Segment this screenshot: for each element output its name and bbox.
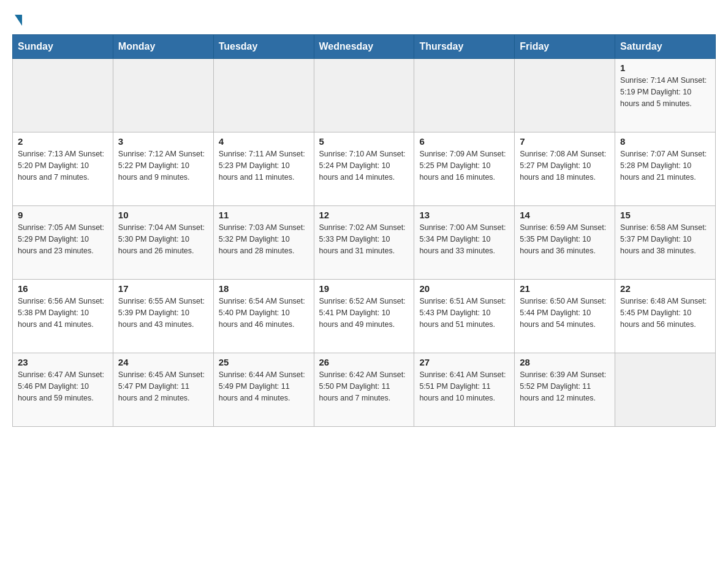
- day-number: 15: [620, 210, 710, 220]
- calendar-cell: 26Sunrise: 6:42 AM Sunset: 5:50 PM Dayli…: [314, 353, 414, 427]
- calendar-cell: 13Sunrise: 7:00 AM Sunset: 5:34 PM Dayli…: [414, 206, 515, 280]
- day-info: Sunrise: 7:00 AM Sunset: 5:34 PM Dayligh…: [419, 222, 509, 256]
- calendar-cell: [13, 59, 113, 132]
- calendar-cell: 9Sunrise: 7:05 AM Sunset: 5:29 PM Daylig…: [13, 206, 113, 280]
- calendar-cell: 25Sunrise: 6:44 AM Sunset: 5:49 PM Dayli…: [213, 353, 314, 427]
- logo: [12, 12, 22, 25]
- day-info: Sunrise: 6:39 AM Sunset: 5:52 PM Dayligh…: [520, 369, 610, 404]
- day-info: Sunrise: 7:14 AM Sunset: 5:19 PM Dayligh…: [620, 75, 710, 109]
- day-info: Sunrise: 7:04 AM Sunset: 5:30 PM Dayligh…: [118, 222, 208, 256]
- day-number: 16: [18, 283, 108, 294]
- day-number: 28: [520, 357, 610, 367]
- day-number: 27: [419, 357, 509, 367]
- day-number: 5: [319, 136, 409, 147]
- calendar-week-row: 1Sunrise: 7:14 AM Sunset: 5:19 PM Daylig…: [13, 59, 716, 132]
- day-info: Sunrise: 6:59 AM Sunset: 5:35 PM Dayligh…: [520, 222, 610, 256]
- day-info: Sunrise: 6:52 AM Sunset: 5:41 PM Dayligh…: [319, 296, 409, 330]
- calendar-cell: 27Sunrise: 6:41 AM Sunset: 5:51 PM Dayli…: [414, 353, 515, 427]
- day-of-week-header: Monday: [113, 35, 213, 59]
- calendar-table: SundayMondayTuesdayWednesdayThursdayFrid…: [12, 34, 716, 427]
- day-info: Sunrise: 7:13 AM Sunset: 5:20 PM Dayligh…: [18, 148, 108, 183]
- calendar-cell: 14Sunrise: 6:59 AM Sunset: 5:35 PM Dayli…: [515, 206, 615, 280]
- day-number: 6: [419, 136, 509, 147]
- calendar-cell: [615, 353, 716, 427]
- day-number: 26: [319, 357, 409, 367]
- day-info: Sunrise: 6:55 AM Sunset: 5:39 PM Dayligh…: [118, 296, 208, 330]
- day-number: 1: [620, 63, 710, 73]
- calendar-cell: 2Sunrise: 7:13 AM Sunset: 5:20 PM Daylig…: [13, 132, 113, 206]
- calendar-cell: 19Sunrise: 6:52 AM Sunset: 5:41 PM Dayli…: [314, 280, 414, 353]
- calendar-cell: 10Sunrise: 7:04 AM Sunset: 5:30 PM Dayli…: [113, 206, 213, 280]
- day-info: Sunrise: 6:41 AM Sunset: 5:51 PM Dayligh…: [419, 369, 509, 404]
- day-of-week-header: Wednesday: [314, 35, 414, 59]
- day-info: Sunrise: 7:10 AM Sunset: 5:24 PM Dayligh…: [319, 148, 409, 183]
- calendar-cell: [213, 59, 314, 132]
- day-of-week-header: Thursday: [414, 35, 515, 59]
- calendar-cell: 4Sunrise: 7:11 AM Sunset: 5:23 PM Daylig…: [213, 132, 314, 206]
- calendar-week-row: 9Sunrise: 7:05 AM Sunset: 5:29 PM Daylig…: [13, 206, 716, 280]
- day-info: Sunrise: 6:51 AM Sunset: 5:43 PM Dayligh…: [419, 296, 509, 330]
- day-info: Sunrise: 6:48 AM Sunset: 5:45 PM Dayligh…: [620, 296, 710, 330]
- calendar-cell: 22Sunrise: 6:48 AM Sunset: 5:45 PM Dayli…: [615, 280, 716, 353]
- day-number: 23: [18, 357, 108, 367]
- day-number: 20: [419, 283, 509, 294]
- page-header: [12, 12, 716, 25]
- day-info: Sunrise: 7:03 AM Sunset: 5:32 PM Dayligh…: [219, 222, 309, 256]
- calendar-cell: 23Sunrise: 6:47 AM Sunset: 5:46 PM Dayli…: [13, 353, 113, 427]
- day-info: Sunrise: 6:58 AM Sunset: 5:37 PM Dayligh…: [620, 222, 710, 256]
- day-number: 21: [520, 283, 610, 294]
- day-info: Sunrise: 7:02 AM Sunset: 5:33 PM Dayligh…: [319, 222, 409, 256]
- calendar-cell: 28Sunrise: 6:39 AM Sunset: 5:52 PM Dayli…: [515, 353, 615, 427]
- calendar-cell: 3Sunrise: 7:12 AM Sunset: 5:22 PM Daylig…: [113, 132, 213, 206]
- day-number: 3: [118, 136, 208, 147]
- day-info: Sunrise: 7:09 AM Sunset: 5:25 PM Dayligh…: [419, 148, 509, 183]
- day-info: Sunrise: 6:42 AM Sunset: 5:50 PM Dayligh…: [319, 369, 409, 404]
- day-info: Sunrise: 6:45 AM Sunset: 5:47 PM Dayligh…: [118, 369, 208, 404]
- logo-arrow-icon: [15, 15, 22, 26]
- calendar-cell: 7Sunrise: 7:08 AM Sunset: 5:27 PM Daylig…: [515, 132, 615, 206]
- day-number: 25: [219, 357, 309, 367]
- day-info: Sunrise: 6:50 AM Sunset: 5:44 PM Dayligh…: [520, 296, 610, 330]
- day-number: 9: [18, 210, 108, 220]
- day-number: 12: [319, 210, 409, 220]
- day-info: Sunrise: 7:11 AM Sunset: 5:23 PM Dayligh…: [219, 148, 309, 183]
- day-number: 11: [219, 210, 309, 220]
- calendar-header-row: SundayMondayTuesdayWednesdayThursdayFrid…: [13, 35, 716, 59]
- day-number: 14: [520, 210, 610, 220]
- calendar-cell: 15Sunrise: 6:58 AM Sunset: 5:37 PM Dayli…: [615, 206, 716, 280]
- calendar-cell: [515, 59, 615, 132]
- day-number: 18: [219, 283, 309, 294]
- calendar-cell: 5Sunrise: 7:10 AM Sunset: 5:24 PM Daylig…: [314, 132, 414, 206]
- day-number: 22: [620, 283, 710, 294]
- calendar-cell: 24Sunrise: 6:45 AM Sunset: 5:47 PM Dayli…: [113, 353, 213, 427]
- day-of-week-header: Saturday: [615, 35, 716, 59]
- calendar-week-row: 2Sunrise: 7:13 AM Sunset: 5:20 PM Daylig…: [13, 132, 716, 206]
- day-number: 24: [118, 357, 208, 367]
- day-number: 17: [118, 283, 208, 294]
- day-of-week-header: Sunday: [13, 35, 113, 59]
- day-number: 7: [520, 136, 610, 147]
- day-info: Sunrise: 7:08 AM Sunset: 5:27 PM Dayligh…: [520, 148, 610, 183]
- day-info: Sunrise: 6:54 AM Sunset: 5:40 PM Dayligh…: [219, 296, 309, 330]
- day-number: 4: [219, 136, 309, 147]
- calendar-cell: 17Sunrise: 6:55 AM Sunset: 5:39 PM Dayli…: [113, 280, 213, 353]
- day-info: Sunrise: 6:44 AM Sunset: 5:49 PM Dayligh…: [219, 369, 309, 404]
- calendar-cell: 18Sunrise: 6:54 AM Sunset: 5:40 PM Dayli…: [213, 280, 314, 353]
- day-number: 8: [620, 136, 710, 147]
- day-info: Sunrise: 7:12 AM Sunset: 5:22 PM Dayligh…: [118, 148, 208, 183]
- calendar-cell: 21Sunrise: 6:50 AM Sunset: 5:44 PM Dayli…: [515, 280, 615, 353]
- calendar-week-row: 16Sunrise: 6:56 AM Sunset: 5:38 PM Dayli…: [13, 280, 716, 353]
- day-number: 13: [419, 210, 509, 220]
- day-info: Sunrise: 7:05 AM Sunset: 5:29 PM Dayligh…: [18, 222, 108, 256]
- day-info: Sunrise: 7:07 AM Sunset: 5:28 PM Dayligh…: [620, 148, 710, 183]
- calendar-cell: 8Sunrise: 7:07 AM Sunset: 5:28 PM Daylig…: [615, 132, 716, 206]
- calendar-cell: 20Sunrise: 6:51 AM Sunset: 5:43 PM Dayli…: [414, 280, 515, 353]
- day-info: Sunrise: 6:47 AM Sunset: 5:46 PM Dayligh…: [18, 369, 108, 404]
- calendar-cell: 12Sunrise: 7:02 AM Sunset: 5:33 PM Dayli…: [314, 206, 414, 280]
- day-number: 2: [18, 136, 108, 147]
- calendar-cell: [314, 59, 414, 132]
- calendar-cell: [113, 59, 213, 132]
- calendar-cell: 6Sunrise: 7:09 AM Sunset: 5:25 PM Daylig…: [414, 132, 515, 206]
- day-of-week-header: Friday: [515, 35, 615, 59]
- day-info: Sunrise: 6:56 AM Sunset: 5:38 PM Dayligh…: [18, 296, 108, 330]
